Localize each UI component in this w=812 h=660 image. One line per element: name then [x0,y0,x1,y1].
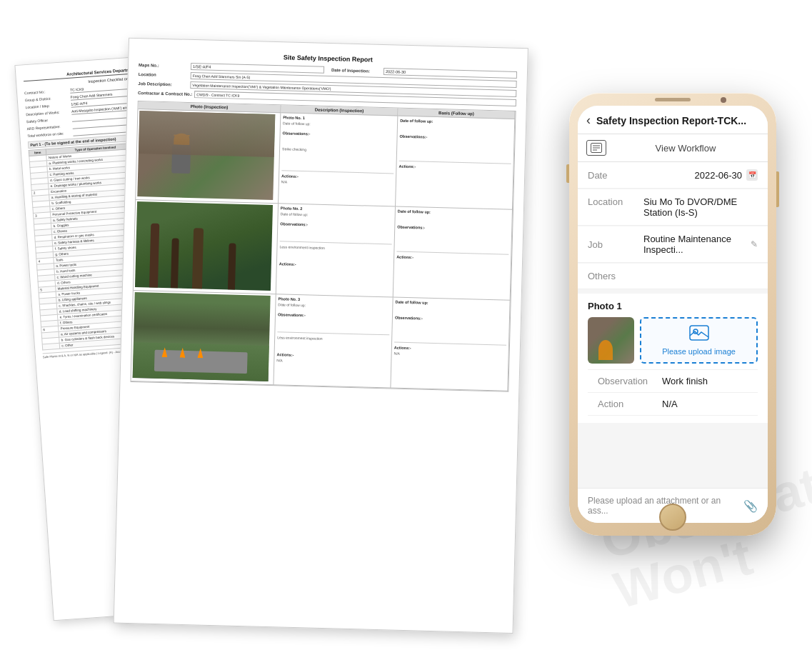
date-label: Date [588,170,638,181]
maps-no-label: Maps No.: [139,63,189,69]
date-row: Date 2022-06-30 📅 [578,162,768,189]
calendar-icon[interactable]: 📅 [746,169,758,181]
home-button[interactable] [659,504,686,531]
date-inspect-value: 2022-06-30 [384,68,517,79]
date-value: 2022-06-30 📅 [638,169,758,181]
photo-1-cell [136,109,281,204]
followup-2-cell: Date of follow up: Observations:- Action… [394,207,513,301]
phone-container: ‹ Safety Inspection Report-TCK... [569,93,776,536]
obs-3-cell: Photo No. 3 Date of follow up: Observati… [274,294,393,388]
observation-row: Observation Work finish [588,369,758,392]
action-row: Action N/A [588,392,758,416]
volume-button-left[interactable] [566,164,569,183]
photo1-thumbnail [588,317,634,364]
location-row: Location Siu Mo To DVOR/DME Station (Is-… [578,189,768,226]
maps-no-value: 1/SE-A/F4 [191,63,324,74]
phone-speaker [655,98,691,101]
followup-1-cell: Date of follow up: Observations:- Action… [396,116,515,210]
date-inspect-label: Date of Inspection: [331,68,381,74]
followup-3-cell: Date of follow up: Observations:- Action… [391,297,510,391]
front-camera [721,97,726,103]
observation-value: Work finish [662,376,708,386]
contractor-label: Contractor & Contract No.: [138,91,192,96]
job-row: Job Routine Maintenance Inspecti... ✎ [578,226,768,263]
photo-2-image [135,201,273,291]
job-label: Job Description: [138,81,188,87]
job-value: Routine Maintenance Inspecti... ✎ [643,234,758,255]
paperclip-icon[interactable]: 📎 [743,499,758,513]
power-button-right[interactable] [776,171,779,207]
job-label: Job [588,239,638,250]
scene: Architectural Services Department / Prop… [0,0,812,660]
location-value: Siu Mo To DVOR/DME Station (Is-S) [643,196,758,218]
photo-3-image [133,292,271,381]
upload-box[interactable]: Please upload image [640,317,758,364]
upload-icon [689,325,709,344]
phone-device: ‹ Safety Inspection Report-TCK... [569,93,776,536]
back-button[interactable]: ‹ [586,113,591,128]
edit-icon[interactable]: ✎ [751,239,758,249]
workflow-label[interactable]: View Workflow [612,143,759,154]
photo1-section: Photo 1 [578,294,768,423]
location-label: Location [588,196,638,207]
action-label: Action [598,399,662,409]
screen-content: ‹ Safety Inspection Report-TCK... [578,106,768,523]
contract-no-label: Contract No.: [24,88,67,95]
screen-body: Date 2022-06-30 📅 Location Siu Mo To DVO… [578,162,768,488]
observation-label: Observation [598,376,662,386]
screen-header: ‹ Safety Inspection Report-TCK... [578,106,768,134]
workflow-icon [586,140,606,156]
photo1-grid: Please upload image [588,317,758,364]
photo-3-cell [131,291,276,385]
workflow-bar[interactable]: View Workflow [578,134,768,162]
photos-section: Photo (Inspection) Description (Inspecti… [130,101,516,392]
location-label: Location [139,72,189,78]
obs-1-cell: Photo No. 1 Date of follow up: Observati… [279,113,398,206]
photo-1-image [137,111,275,200]
photo1-title: Photo 1 [588,301,758,311]
screen-title: Safety Inspection Report-TCK... [596,115,759,126]
phone-screen: ‹ Safety Inspection Report-TCK... [578,106,768,523]
others-row: Others [578,264,768,289]
action-value: N/A [662,399,678,409]
obs-2-cell: Photo No. 2 Date of follow up: Observati… [276,204,396,297]
inspection-report-document: Site Safety Inspection Report Maps No.: … [114,38,528,634]
upload-text: Please upload image [662,347,736,356]
photo-2-cell [134,200,279,294]
